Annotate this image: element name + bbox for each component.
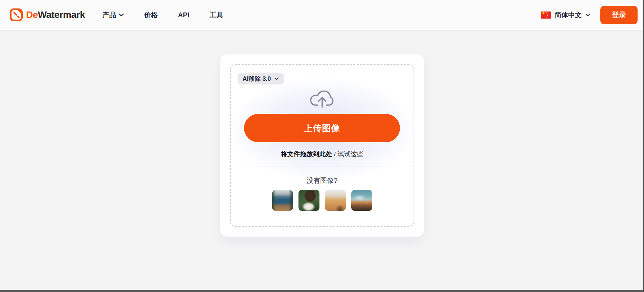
nav-item-products-label: 产品 [103,10,116,20]
nav-item-tools[interactable]: 工具 [209,10,223,20]
main-content: AI移除 3.0 上传图像 将文件拖放到此处 / 试试这些 没有图像? [0,30,644,237]
mode-selector-label: AI移除 3.0 [243,75,271,83]
drop-hint: 将文件拖放到此处 / 试试这些 [281,150,363,159]
logo[interactable]: DeWatermark [9,8,85,22]
sunset-landscape-sample[interactable] [351,190,372,211]
main-nav: 产品 价格 API 工具 [103,10,223,20]
language-label: 简体中文 [555,10,582,20]
cloud-upload-icon [307,86,337,108]
china-flag-icon: ★★★★★ [541,11,551,19]
upload-image-button[interactable]: 上传图像 [244,114,400,142]
nav-item-api-label: API [178,11,189,19]
chevron-down-icon [274,77,279,80]
desert-dunes-sample[interactable] [325,190,346,211]
nav-item-tools-label: 工具 [209,10,223,20]
dewatermark-logo-icon [9,8,23,22]
nav-item-pricing[interactable]: 价格 [144,10,158,20]
login-button[interactable]: 登录 [600,6,638,24]
header-right: ★★★★★ 简体中文 登录 [541,6,638,24]
dropzone[interactable]: AI移除 3.0 上传图像 将文件拖放到此处 / 试试这些 没有图像? [230,64,414,227]
lake-mountains-sample[interactable] [272,190,293,211]
nav-item-products[interactable]: 产品 [103,10,124,20]
upload-card: AI移除 3.0 上传图像 将文件拖放到此处 / 试试这些 没有图像? [220,54,424,237]
language-selector[interactable]: ★★★★★ 简体中文 [541,10,590,20]
nav-item-api[interactable]: API [178,11,189,19]
divider [244,167,400,167]
portrait-woman-sample[interactable] [298,190,319,211]
nav-item-pricing-label: 价格 [144,10,158,20]
drop-hint-bold: 将文件拖放到此处 [281,150,332,157]
window-right-edge [643,0,644,292]
logo-text: DeWatermark [26,9,85,20]
chevron-down-icon [585,14,590,17]
sample-images-row [272,190,372,211]
no-image-label: 没有图像? [307,176,337,185]
chevron-down-icon [119,14,124,17]
window-bottom-edge [0,290,644,292]
drop-hint-separator: / [332,150,338,157]
try-these-link[interactable]: 试试这些 [337,150,363,157]
mode-selector-dropdown[interactable]: AI移除 3.0 [238,73,284,84]
top-navbar: DeWatermark 产品 价格 API 工具 ★★★★★ 简体中文 [0,0,644,30]
